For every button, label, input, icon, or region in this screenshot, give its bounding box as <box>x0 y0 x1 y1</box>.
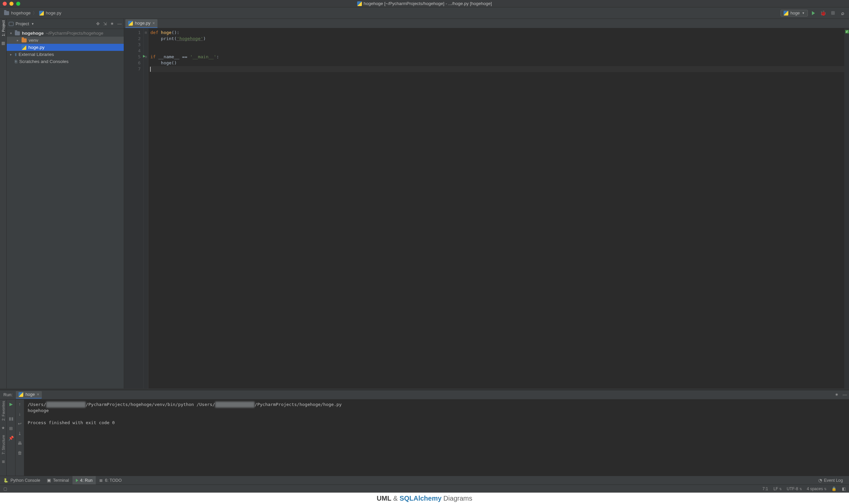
left-tool-strip-bottom: 2: Favorites ★ 7: Structure ≣ <box>0 399 7 476</box>
tree-item-venv[interactable]: venv <box>7 37 124 44</box>
indent-setting[interactable]: 4 spaces ⇅ <box>807 486 826 491</box>
run-button[interactable] <box>809 9 818 18</box>
left-tool-strip: 1: Project ▦ <box>0 19 7 389</box>
redacted-text: xxxxxxx xxxxxx <box>215 401 255 408</box>
breadcrumb-file[interactable]: hoge.py <box>46 11 62 16</box>
rerun-button[interactable]: ▶ <box>10 401 13 407</box>
terminal-tab[interactable]: ▣ Terminal <box>44 476 72 485</box>
editor-code-area[interactable]: def hoge(): print('hogehoge') if __name_… <box>149 28 844 389</box>
project-header-actions: ✥ ⇲ ✷ — <box>96 21 122 26</box>
clear-button[interactable]: 🗑 <box>18 450 22 455</box>
run-console-output[interactable]: /Users/xxxxxxxx xxxxxx/PycharmProjects/h… <box>24 399 849 476</box>
chevron-down-icon[interactable]: ▼ <box>31 22 34 25</box>
stop-icon <box>831 11 835 15</box>
run-label: Run: <box>3 392 13 397</box>
caret-position[interactable]: 7:1 <box>762 486 768 491</box>
tool-windows-toggle[interactable]: ▢ <box>3 486 7 491</box>
pause-button[interactable]: ▮▮ <box>9 416 14 421</box>
run-tab[interactable]: hoge × <box>16 391 42 399</box>
structure-icon: ≣ <box>1 459 6 464</box>
close-window-button[interactable] <box>3 2 7 6</box>
editor: hoge.py × 1 2 3 4 5 6 7 ⊟⊟ def hoge(): p… <box>124 19 849 389</box>
fold-column[interactable]: ⊟⊟ <box>144 28 149 389</box>
project-tool-window: Project ▼ ✥ ⇲ ✷ — hogehoge ~/PycharmProj… <box>7 19 124 389</box>
expand-toggle[interactable] <box>16 38 20 42</box>
project-tool-tab[interactable]: 1: Project <box>1 20 5 36</box>
play-icon <box>812 11 815 15</box>
memory-indicator[interactable]: ◧ <box>842 486 846 491</box>
down-button[interactable]: ↓ <box>19 411 21 416</box>
minimize-window-button[interactable] <box>10 2 14 6</box>
todo-tab[interactable]: ≣ 6: TODO <box>96 476 125 485</box>
run-config-name: hoge <box>790 11 800 16</box>
editor-tabs: hoge.py × <box>124 19 849 28</box>
folder-icon <box>21 38 27 42</box>
play-icon <box>76 479 78 482</box>
run-hide-button[interactable]: — <box>843 392 847 397</box>
window-titlebar: hogehoge [~/PycharmProjects/hogehoge] - … <box>0 0 849 7</box>
maximize-window-button[interactable] <box>16 2 20 6</box>
editor-tab-label: hoge.py <box>135 21 150 25</box>
scroll-to-end-button[interactable]: ⤓ <box>18 431 21 436</box>
event-log-button[interactable]: ◔ Event Log <box>815 476 846 485</box>
scratch-icon: ⎘ <box>15 59 17 64</box>
editor-tab[interactable]: hoge.py × <box>125 19 157 28</box>
pin-button[interactable]: 📌 <box>8 436 14 441</box>
project-tool-icon: ▦ <box>1 41 6 46</box>
chevron-right-icon: 〉 <box>33 10 37 16</box>
line-number: 2 <box>124 36 141 42</box>
readonly-lock-icon[interactable]: 🔒 <box>831 486 836 491</box>
run-action-strip-2: ↑ ↓ ↩ ⤓ 🖶 🗑 <box>16 399 24 476</box>
tree-item-external[interactable]: ⫴ External Libraries <box>7 51 124 58</box>
line-number: 5 <box>124 54 141 60</box>
inspection-ok-icon[interactable]: ✓ <box>845 30 849 34</box>
close-tab-button[interactable]: × <box>152 21 155 25</box>
file-encoding[interactable]: UTF-8 ⇅ <box>786 486 801 491</box>
footer-sqlalchemy: SQLAlchemy <box>400 494 441 502</box>
tree-label: Scratches and Consoles <box>19 59 68 64</box>
tree-root[interactable]: hogehoge ~/PycharmProjects/hogehoge <box>7 30 124 37</box>
status-bar: ▢ 7:1 LF ⇅ UTF-8 ⇅ 4 spaces ⇅ 🔒 ◧ <box>0 484 849 492</box>
balloon-icon: ◔ <box>818 478 822 483</box>
tree-item-scratches[interactable]: ⎘ Scratches and Consoles <box>7 58 124 65</box>
structure-tool-tab[interactable]: 7: Structure <box>1 435 5 454</box>
run-gutter-icon[interactable] <box>143 55 145 58</box>
favorites-tool-tab[interactable]: 2: Favorites <box>1 401 5 421</box>
line-number: 3 <box>124 42 141 48</box>
run-tab-label: hoge <box>25 392 35 397</box>
search-everywhere-button[interactable]: ⌕ <box>838 9 847 18</box>
tree-item-file[interactable]: hoge.py <box>7 44 124 51</box>
navigation-bar: hogehoge 〉 hoge.py hoge ▼ 🐞 ⌕ <box>0 7 849 19</box>
tree-label: External Libraries <box>19 52 54 57</box>
line-number: 6 <box>124 60 141 66</box>
expand-all-button[interactable]: ⇲ <box>103 21 107 26</box>
settings-button[interactable]: ✷ <box>110 21 114 26</box>
soft-wrap-button[interactable]: ↩ <box>18 421 21 426</box>
stop-button[interactable] <box>828 9 837 18</box>
run-toolbar: hoge ▼ 🐞 ⌕ <box>781 9 847 18</box>
run-header: Run: hoge × ✷ — <box>0 390 849 399</box>
up-button[interactable]: ↑ <box>19 401 21 407</box>
expand-toggle[interactable] <box>9 53 13 56</box>
run-settings-button[interactable]: ✷ <box>835 392 838 397</box>
breadcrumb-project[interactable]: hogehoge <box>11 11 31 16</box>
expand-toggle[interactable] <box>9 31 13 35</box>
print-button[interactable]: 🖶 <box>18 441 22 446</box>
project-tree[interactable]: hogehoge ~/PycharmProjects/hogehoge venv… <box>7 29 124 389</box>
run-tab-button[interactable]: 4: Run <box>72 476 96 485</box>
locate-button[interactable]: ✥ <box>96 21 100 26</box>
run-configuration-selector[interactable]: hoge ▼ <box>781 10 808 17</box>
debug-button[interactable]: 🐞 <box>819 9 828 18</box>
project-pane-title[interactable]: Project <box>16 21 29 26</box>
python-console-tab[interactable]: 🐍 Python Console <box>0 476 44 485</box>
footer-uml: UML <box>377 494 391 502</box>
editor-inspection-strip: ✓ <box>844 28 849 389</box>
tree-label: venv <box>29 38 38 43</box>
layout-button[interactable]: ⊞ <box>9 426 13 431</box>
hide-button[interactable]: — <box>117 21 122 26</box>
folder-icon <box>4 11 9 15</box>
close-tab-button[interactable]: × <box>37 392 39 397</box>
line-separator[interactable]: LF ⇅ <box>774 486 781 491</box>
editor-gutter[interactable]: 1 2 3 4 5 6 7 <box>124 28 144 389</box>
tree-label: hoge.py <box>28 45 45 50</box>
